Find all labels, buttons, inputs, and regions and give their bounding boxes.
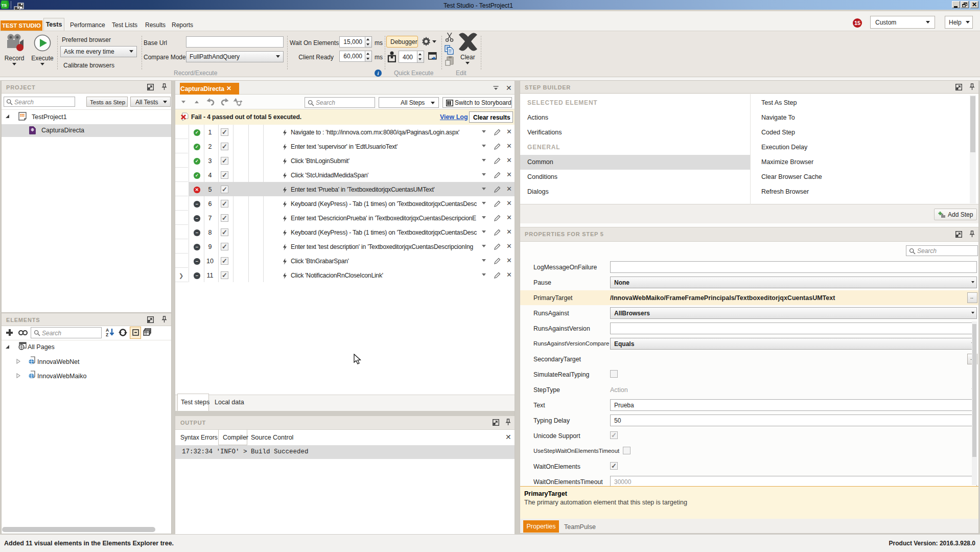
svg-text:Z: Z <box>106 332 108 337</box>
svg-text:TS: TS <box>2 3 7 8</box>
